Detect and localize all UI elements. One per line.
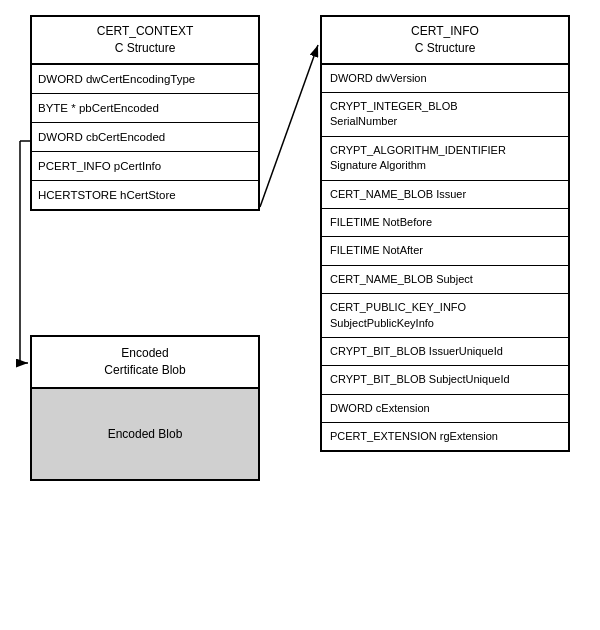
cert-info-header: CERT_INFO C Structure: [322, 17, 568, 65]
cert-context-row-0: DWORD dwCertEncodingType: [32, 65, 258, 94]
diagram-container: CERT_CONTEXT C Structure DWORD dwCertEnc…: [0, 0, 600, 630]
cert-info-row-8: CRYPT_BIT_BLOB IssuerUniqueId: [322, 338, 568, 366]
cert-context-header: CERT_CONTEXT C Structure: [32, 17, 258, 65]
cert-info-row-6: CERT_NAME_BLOB Subject: [322, 266, 568, 294]
cert-info-box: CERT_INFO C Structure DWORD dwVersion CR…: [320, 15, 570, 452]
cert-context-row-2: DWORD cbCertEncoded: [32, 123, 258, 152]
encoded-blob-label: Encoded Blob: [108, 427, 183, 441]
svg-line-1: [260, 45, 318, 207]
cert-info-title2: C Structure: [415, 41, 476, 55]
cert-info-row-9: CRYPT_BIT_BLOB SubjectUniqueId: [322, 366, 568, 394]
cert-context-title1: CERT_CONTEXT: [97, 24, 193, 38]
cert-context-row-4: HCERTSTORE hCertStore: [32, 181, 258, 209]
cert-info-row-0: DWORD dwVersion: [322, 65, 568, 93]
cert-info-row-11: PCERT_EXTENSION rgExtension: [322, 423, 568, 450]
cert-context-row-1: BYTE * pbCertEncoded: [32, 94, 258, 123]
encoded-cert-title1: Encoded: [121, 346, 168, 360]
encoded-blob-area: Encoded Blob: [32, 389, 258, 479]
cert-context-box: CERT_CONTEXT C Structure DWORD dwCertEnc…: [30, 15, 260, 211]
cert-context-row-3: PCERT_INFO pCertInfo: [32, 152, 258, 181]
cert-info-row-3: CERT_NAME_BLOB Issuer: [322, 181, 568, 209]
cert-info-row-2: CRYPT_ALGORITHM_IDENTIFIERSignature Algo…: [322, 137, 568, 181]
cert-info-row-7: CERT_PUBLIC_KEY_INFOSubjectPublicKeyInfo: [322, 294, 568, 338]
cert-info-row-4: FILETIME NotBefore: [322, 209, 568, 237]
cert-info-title1: CERT_INFO: [411, 24, 479, 38]
cert-context-title2: C Structure: [115, 41, 176, 55]
cert-info-row-1: CRYPT_INTEGER_BLOBSerialNumber: [322, 93, 568, 137]
encoded-cert-box: Encoded Certificate Blob Encoded Blob: [30, 335, 260, 481]
cert-info-row-10: DWORD cExtension: [322, 395, 568, 423]
cert-info-row-5: FILETIME NotAfter: [322, 237, 568, 265]
encoded-cert-title2: Certificate Blob: [104, 363, 185, 377]
encoded-cert-header: Encoded Certificate Blob: [32, 337, 258, 389]
